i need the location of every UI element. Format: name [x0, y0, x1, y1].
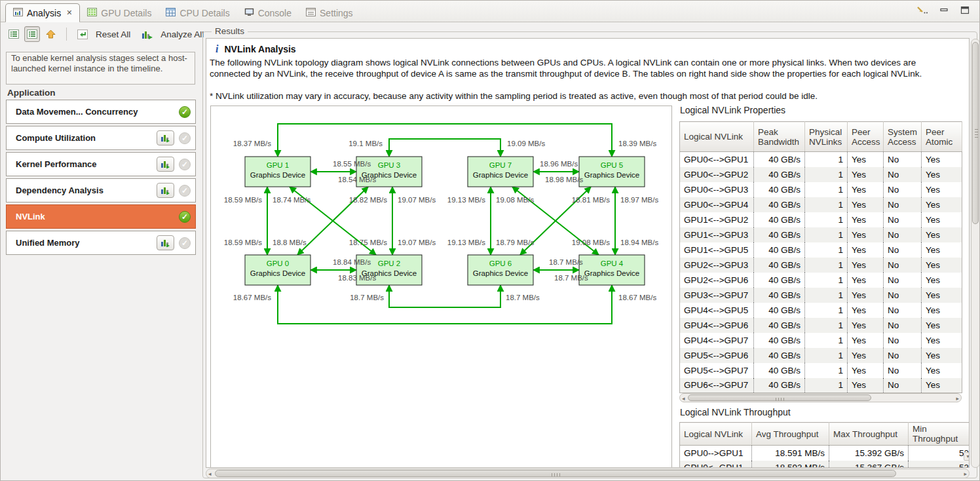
scrollbar-thumb[interactable]: [215, 470, 896, 477]
sidebar-item-kernel-performance[interactable]: Kernel Performance✓: [6, 152, 196, 176]
table-cell: 1: [805, 182, 848, 197]
table-cell: Yes: [848, 273, 884, 288]
tab-console[interactable]: Console: [237, 5, 299, 22]
throughput-table-title: Logical NVLink Throughput: [680, 407, 791, 417]
table-cell: Yes: [922, 363, 962, 378]
column-header[interactable]: Peak Bandwidth: [754, 122, 805, 152]
throughput-label: 18.97 MB/s: [620, 196, 658, 204]
throughput-label: 19.09 MB/s: [507, 140, 545, 147]
table-row[interactable]: GPU1<-->GPU340 GB/s1YesNoYes: [680, 227, 962, 242]
minimize-icon[interactable]: [939, 7, 949, 14]
column-header[interactable]: Physical NVLinks: [805, 122, 848, 152]
sidebar-item-nvlink[interactable]: NVLink✓: [6, 204, 196, 229]
table-row[interactable]: GPU3<-->GPU740 GB/s1YesNoYes: [680, 288, 962, 303]
table-row[interactable]: GPU0<--GPU118.593 MB/s15.367 GB/s53: [680, 461, 970, 469]
up-level-button[interactable]: [43, 26, 58, 42]
reset-all-icon[interactable]: [75, 26, 90, 42]
table-cell: Yes: [922, 288, 962, 303]
table-cell: No: [884, 212, 922, 227]
table-row[interactable]: GPU0<-->GPU340 GB/s1YesNoYes: [680, 182, 962, 197]
table-cell: GPU0<--GPU1: [680, 461, 752, 469]
table-row[interactable]: GPU4<-->GPU640 GB/s1YesNoYes: [680, 318, 962, 333]
throughput-label: 19.13 MB/s: [447, 239, 485, 246]
table-cell: No: [884, 333, 922, 348]
analyze-stage-button[interactable]: [157, 130, 174, 145]
throughput-label: 19.08 MB/s: [572, 239, 610, 246]
export-list-button[interactable]: [6, 26, 22, 42]
table-cell: GPU2<-->GPU3: [680, 258, 754, 273]
tab-settings[interactable]: Settings: [299, 5, 360, 22]
scrollbar-thumb[interactable]: [688, 394, 871, 401]
table-cell: GPU0<-->GPU1: [680, 152, 754, 167]
properties-hscrollbar[interactable]: ◂ ▸: [679, 393, 962, 402]
throughput-label: 18.7 MB/s: [506, 294, 540, 301]
table-cell: No: [884, 363, 922, 378]
analyze-stage-button[interactable]: [157, 157, 174, 172]
table-cell: 1: [805, 318, 848, 333]
column-header[interactable]: System Access: [884, 122, 922, 152]
table-row[interactable]: GPU1<-->GPU540 GB/s1YesNoYes: [680, 242, 962, 258]
throughput-label: 18.7 MB/s: [549, 258, 583, 266]
column-header[interactable]: Min Throughput: [909, 423, 970, 446]
analysis-description-line1: The following NVLink topology diagram sh…: [210, 58, 970, 67]
sidebar-item-compute-utilization[interactable]: Compute Utilization✓: [6, 126, 196, 150]
sidebar-item-dependency-analysis[interactable]: Dependency Analysis✓: [6, 178, 196, 202]
analyze-stage-button[interactable]: [157, 183, 174, 198]
view-menu-icon[interactable]: [916, 6, 928, 14]
nvlink-topology-diagram: GPU 1Graphics DeviceGPU 3Graphics Device…: [210, 106, 672, 468]
table-row[interactable]: GPU4<-->GPU540 GB/s1YesNoYes: [680, 303, 962, 318]
sidebar-item-data-movemen-concurrency[interactable]: Data Movemen... Concurrency✓: [6, 100, 196, 124]
table-row[interactable]: GPU5<-->GPU740 GB/s1YesNoYes: [680, 363, 962, 378]
sidebar-item-unified-memory[interactable]: Unified Memory✓: [6, 231, 196, 255]
scroll-right-icon[interactable]: ▸: [964, 470, 967, 478]
scroll-right-icon[interactable]: ▸: [956, 394, 959, 402]
table-cell: 1: [805, 212, 848, 227]
tab-analysis[interactable]: Analysis✕: [5, 3, 80, 22]
column-header[interactable]: Logical NVLink: [680, 423, 752, 446]
table-cell: Yes: [922, 182, 962, 197]
maximize-icon[interactable]: [960, 6, 970, 14]
scroll-left-icon[interactable]: ◂: [682, 394, 685, 402]
results-vscrollbar[interactable]: [971, 39, 980, 468]
toolbar-separator: [66, 28, 67, 41]
column-header[interactable]: Max Throughput: [829, 423, 909, 446]
column-header[interactable]: Avg Throughput: [751, 423, 829, 446]
table-row[interactable]: GPU0<-->GPU440 GB/s1YesNoYes: [680, 197, 962, 212]
table-row[interactable]: GPU0<-->GPU240 GB/s1YesNoYes: [680, 167, 962, 182]
throughput-label: 18.79 MB/s: [496, 239, 534, 246]
scroll-left-icon[interactable]: ◂: [208, 470, 212, 478]
application-section-label: Application: [7, 88, 56, 98]
analyze-all-button[interactable]: Analyze All: [160, 29, 204, 39]
table-cell: No: [884, 348, 922, 363]
tab-gpu-details[interactable]: GPU Details: [80, 5, 159, 22]
tab-cpu-details[interactable]: CPU Details: [159, 5, 236, 22]
table-row[interactable]: GPU1<-->GPU240 GB/s1YesNoYes: [680, 212, 962, 227]
table-row[interactable]: GPU5<-->GPU640 GB/s1YesNoYes: [680, 348, 962, 363]
analysis-header: i NVLink Analysis: [216, 43, 296, 55]
check-icon-green: ✓: [179, 106, 191, 118]
table-cell: 40 GB/s: [754, 258, 805, 273]
reset-all-button[interactable]: Reset All: [96, 29, 130, 39]
results-hscrollbar[interactable]: ◂ ▸: [206, 469, 970, 478]
gpu-node-subtitle: Graphics Device: [473, 171, 528, 179]
table-row[interactable]: GPU2<-->GPU340 GB/s1YesNoYes: [680, 258, 962, 273]
table-row[interactable]: GPU6<-->GPU740 GB/s1YesNoYes: [680, 378, 962, 393]
table-row[interactable]: GPU0<-->GPU140 GB/s1YesNoYes: [680, 152, 962, 167]
table-row[interactable]: GPU0-->GPU118.591 MB/s15.392 GB/s53: [680, 446, 970, 461]
scrollbar-thumb[interactable]: [972, 42, 979, 224]
close-icon[interactable]: ✕: [66, 9, 72, 17]
table-cell: No: [884, 197, 922, 212]
show-stages-button[interactable]: [24, 26, 40, 42]
tab-label: GPU Details: [101, 8, 151, 18]
throughput-scroll-down-icon[interactable]: ▾: [964, 452, 970, 461]
table-cell: No: [884, 227, 922, 242]
table-cell: 1: [805, 378, 848, 393]
table-cell: No: [884, 288, 922, 303]
analyze-all-icon[interactable]: [140, 26, 155, 42]
table-row[interactable]: GPU4<-->GPU740 GB/s1YesNoYes: [680, 333, 962, 348]
column-header[interactable]: Peer Atomic: [922, 122, 962, 152]
column-header[interactable]: Peer Access: [848, 122, 884, 152]
column-header[interactable]: Logical NVLink: [680, 122, 754, 152]
analyze-stage-button[interactable]: [157, 235, 174, 250]
table-row[interactable]: GPU2<-->GPU640 GB/s1YesNoYes: [680, 273, 962, 288]
